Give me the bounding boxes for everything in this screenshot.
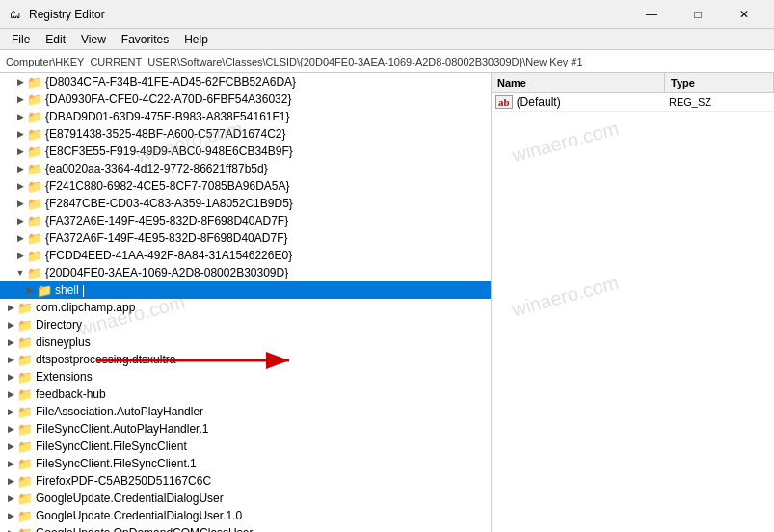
folder-icon: 📁: [17, 457, 33, 471]
tree-expand-icon: ▶: [4, 438, 17, 455]
tree-expand-icon: ▶: [13, 212, 27, 229]
folder-icon: 📁: [17, 422, 33, 437]
address-path: Computer\HKEY_CURRENT_USER\Software\Clas…: [6, 56, 583, 67]
tree-item-label: FileAssociation.AutoPlayHandler: [36, 405, 203, 418]
tree-item-label: {F241C880-6982-4CE5-8CF7-7085BA96DA5A}: [45, 179, 290, 193]
watermark-3: winaero.com: [510, 118, 621, 168]
tree-expand-icon: ▶: [4, 368, 17, 386]
address-bar: Computer\HKEY_CURRENT_USER\Software\Clas…: [0, 50, 774, 73]
tree-item[interactable]: ▶📁FileAssociation.AutoPlayHandler: [0, 403, 491, 420]
folder-icon: 📁: [27, 266, 42, 280]
menu-edit[interactable]: Edit: [38, 29, 73, 50]
tree-item[interactable]: ▼📁{20D04FE0-3AEA-1069-A2D8-08002B30309D}: [0, 264, 491, 281]
tree-item-label: com.clipchamp.app: [36, 301, 135, 314]
tree-item-label: {DA0930FA-CFE0-4C22-A70D-6FBF54A36032}: [45, 93, 291, 106]
tree-expand-icon: ▶: [4, 403, 17, 420]
tree-item-label: Directory: [36, 318, 82, 332]
column-headers: Name Type: [492, 73, 774, 93]
title-bar: 🗂 Registry Editor — □ ✕: [0, 0, 774, 29]
tree-expand-icon: ▶: [13, 125, 27, 143]
tree-panel: winaero.com winaero.com ▶📁{D8034CFA-F34B…: [0, 73, 492, 532]
menu-bar: File Edit View Favorites Help: [0, 29, 774, 50]
folder-icon: 📁: [17, 474, 33, 489]
tree-expand-icon: ▶: [4, 507, 17, 524]
tree-item[interactable]: ▶📁GoogleUpdate.OnDemandCOMClassUser: [0, 524, 491, 532]
folder-icon: 📁: [17, 387, 33, 402]
tree-item[interactable]: ▶📁FileSyncClient.FileSyncClient.1: [0, 455, 491, 472]
folder-icon: 📁: [17, 370, 33, 385]
close-button[interactable]: ✕: [722, 0, 766, 29]
folder-icon: 📁: [27, 145, 42, 159]
maximize-button[interactable]: □: [676, 0, 720, 29]
tree-item[interactable]: ▶📁GoogleUpdate.CredentialDialogUser: [0, 490, 491, 507]
tree-item[interactable]: ▶📁FirefoxPDF-C5AB250D51167C6C: [0, 472, 491, 490]
folder-icon: 📁: [17, 353, 33, 367]
tree-item[interactable]: ▶📁Directory: [0, 316, 491, 333]
menu-help[interactable]: Help: [176, 29, 216, 50]
tree-item[interactable]: ▶📁FileSyncClient.FileSyncClient: [0, 438, 491, 455]
tree-expand-icon: ▶: [13, 73, 27, 91]
tree-item[interactable]: ▶📁feedback-hub: [0, 386, 491, 403]
tree-item[interactable]: ▶📁{FA372A6E-149F-4E95-832D-8F698D40AD7F}: [0, 212, 491, 229]
tree-item[interactable]: ▶📁{ea0020aa-3364-4d12-9772-86621ff87b5d}: [0, 160, 491, 177]
value-label: (Default): [517, 95, 561, 109]
tree-item-label: {F2847CBE-CD03-4C83-A359-1A8052C1B9D5}: [45, 197, 293, 210]
tree-expand-icon: ▶: [13, 160, 27, 177]
tree-item[interactable]: ▶📁{FCDD4EED-41AA-492F-8A84-31A1546226E0}: [0, 247, 491, 264]
tree-expand-icon: ▶: [13, 229, 27, 247]
tree-item[interactable]: ▶📁shell |: [0, 281, 491, 299]
value-name: ab(Default): [495, 95, 669, 109]
tree-item-label: disneyplus: [36, 335, 91, 349]
tree-item[interactable]: ▶📁{DA0930FA-CFE0-4C22-A70D-6FBF54A36032}: [0, 91, 491, 108]
tree-item[interactable]: ▶📁{FA372A6F-149F-4E95-832D-8F698D40AD7F}: [0, 229, 491, 247]
tree-expand-icon: ▼: [13, 264, 27, 281]
tree-expand-icon: ▶: [4, 455, 17, 472]
folder-icon: 📁: [27, 162, 42, 176]
tree-item-label: dtspostprocessing.dtsxultra: [36, 353, 175, 366]
folder-icon: 📁: [27, 197, 42, 211]
tree-item[interactable]: ▶📁Extensions: [0, 368, 491, 386]
tree-expand-icon: ▶: [4, 490, 17, 507]
tree-item-label: FileSyncClient.FileSyncClient: [36, 439, 187, 453]
tree-item-label: {DBAD9D01-63D9-475E-B983-A838F54161F1}: [45, 110, 290, 123]
menu-file[interactable]: File: [4, 29, 38, 50]
folder-icon: 📁: [17, 526, 33, 533]
main-content: winaero.com winaero.com ▶📁{D8034CFA-F34B…: [0, 73, 774, 532]
tree-expand-icon: ▶: [13, 143, 27, 160]
title-bar-text: Registry Editor: [29, 8, 105, 21]
folder-icon: 📁: [37, 283, 52, 298]
tree-item[interactable]: ▶📁{F2847CBE-CD03-4C83-A359-1A8052C1B9D5}: [0, 195, 491, 212]
menu-favorites[interactable]: Favorites: [114, 29, 176, 50]
tree-item-label: FileSyncClient.AutoPlayHandler.1: [36, 422, 208, 436]
tree-item-label: shell |: [55, 283, 85, 297]
tree-item[interactable]: ▶📁{F241C880-6982-4CE5-8CF7-7085BA96DA5A}: [0, 177, 491, 195]
tree-item[interactable]: ▶📁disneyplus: [0, 333, 491, 351]
registry-values-list: ab(Default)REG_SZ: [492, 93, 774, 112]
minimize-button[interactable]: —: [629, 0, 674, 29]
tree-expand-icon: ▶: [4, 524, 17, 532]
folder-icon: 📁: [17, 439, 33, 454]
tree-expand-icon: ▶: [13, 247, 27, 264]
menu-view[interactable]: View: [73, 29, 114, 50]
registry-value-row[interactable]: ab(Default)REG_SZ: [492, 93, 774, 112]
folder-icon: 📁: [27, 179, 42, 194]
tree-expand-icon: ▶: [13, 195, 27, 212]
tree-item[interactable]: ▶📁{D8034CFA-F34B-41FE-AD45-62FCBB52A6DA}: [0, 73, 491, 91]
tree-item[interactable]: ▶📁com.clipchamp.app: [0, 299, 491, 316]
tree-item[interactable]: ▶📁{E8CF3E55-F919-49D9-ABC0-948E6CB34B9F}: [0, 143, 491, 160]
folder-icon: 📁: [17, 405, 33, 419]
folder-icon: 📁: [27, 127, 42, 142]
tree-item[interactable]: ▶📁dtspostprocessing.dtsxultra: [0, 351, 491, 368]
tree-item[interactable]: ▶📁GoogleUpdate.CredentialDialogUser.1.0: [0, 507, 491, 524]
tree-item[interactable]: ▶📁{DBAD9D01-63D9-475E-B983-A838F54161F1}: [0, 108, 491, 125]
app-icon: 🗂: [8, 7, 23, 22]
value-type: REG_SZ: [669, 96, 770, 108]
folder-icon: 📁: [27, 75, 42, 90]
tree-item-label: FileSyncClient.FileSyncClient.1: [36, 457, 197, 470]
tree-item-label: GoogleUpdate.OnDemandCOMClassUser: [36, 526, 253, 532]
right-panel: winaero.com winaero.com Name Type ab(Def…: [492, 73, 774, 532]
tree-expand-icon: ▶: [4, 299, 17, 316]
watermark-4: winaero.com: [510, 272, 621, 322]
tree-item[interactable]: ▶📁FileSyncClient.AutoPlayHandler.1: [0, 420, 491, 438]
tree-item[interactable]: ▶📁{E8791438-3525-48BF-A600-C577AD1674C2}: [0, 125, 491, 143]
